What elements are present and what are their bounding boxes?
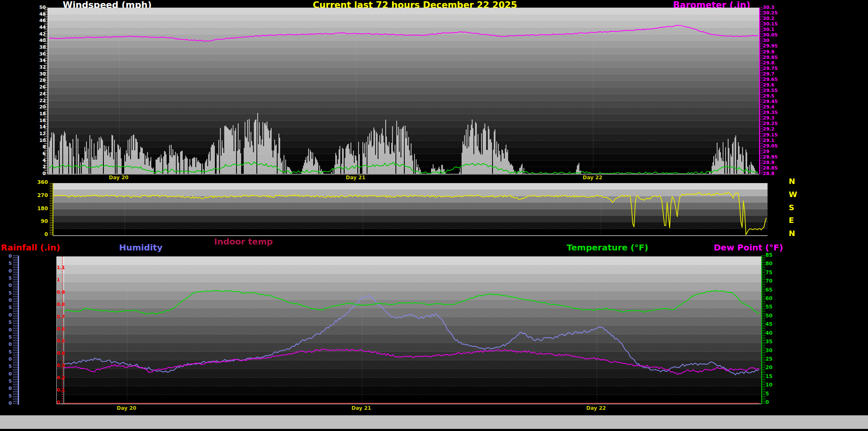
axis-tick-label: 0: [8, 313, 12, 317]
axis-tick-label: 29.2: [763, 127, 774, 131]
axis-tick-label: 30.3: [763, 5, 774, 10]
rainfall-label: Rainfall (.in): [1, 242, 60, 253]
axis-tick-label: 29.75: [763, 66, 778, 71]
axis-tick-label: 0: [8, 401, 12, 406]
axis-tick-label: 80: [765, 261, 773, 266]
axis-tick-label: N: [789, 231, 795, 236]
axis-tick-label: 0: [45, 232, 48, 237]
axis-tick-label: 30.1: [763, 27, 774, 32]
humidity-label: Humidity: [119, 242, 162, 253]
axis-tick-label: 0: [8, 357, 12, 361]
axis-tick-label: 5: [8, 379, 12, 384]
axis-tick-label: 29.45: [763, 99, 778, 104]
axis-tick-label: 30.25: [763, 11, 778, 15]
axis-tick-label: 90: [41, 219, 48, 224]
axis-tick-label: 5: [8, 335, 12, 339]
axis-tick-label: 20: [765, 365, 773, 370]
axis-tick-label: 29.7: [763, 72, 774, 76]
chart-start-marker-line: [64, 256, 64, 403]
windspeed-barometer-chart: [48, 8, 759, 175]
axis-tick-label: 28.95: [763, 155, 778, 159]
axis-tick-label: 35: [765, 339, 773, 344]
axis-tick-label: 29: [763, 149, 769, 154]
axis-tick-label: 65: [765, 288, 773, 292]
axis-tick-label: 85: [765, 253, 773, 258]
axis-tick-label: 40: [765, 331, 773, 336]
axis-tick-label: 30: [765, 348, 773, 353]
axis-tick-label: 29.55: [763, 88, 778, 93]
axis-tick-label: Day 21: [346, 175, 365, 180]
axis-tick-label: 28.85: [763, 166, 778, 170]
axis-tick-label: 29.35: [763, 110, 778, 115]
indoor-temp-label: Indoor temp: [214, 236, 273, 247]
axis-tick-label: Day 20: [109, 175, 128, 180]
wind-direction-chart: [53, 183, 768, 236]
axis-tick-label: 29.3: [763, 116, 774, 120]
axis-tick-label: 5: [8, 350, 12, 354]
barometer-axis-comb: [759, 8, 763, 174]
axis-tick-label: 45: [765, 322, 773, 327]
axis-tick-label: 5: [8, 291, 12, 295]
axis-tick-label: 28.8: [763, 171, 774, 176]
axis-tick-label: 0: [8, 342, 12, 347]
axis-tick-label: 29.05: [763, 144, 778, 148]
axis-tick-label: 29.9: [763, 50, 774, 54]
axis-tick-label: 55: [765, 305, 773, 309]
axis-tick-label: Day 22: [583, 175, 602, 180]
axis-tick-label: 0: [8, 269, 12, 273]
temperature-label: Temperature (°F): [567, 242, 648, 253]
axis-tick-label: 180: [37, 206, 48, 211]
axis-tick-label: 29.65: [763, 77, 778, 82]
axis-tick-label: 5: [8, 305, 12, 310]
axis-tick-label: 5: [8, 276, 12, 281]
axis-tick-label: 30: [763, 38, 769, 43]
axis-tick-label: 0: [8, 298, 12, 303]
axis-tick-label: W: [789, 192, 797, 197]
windspeed-axis-comb: [44, 8, 48, 174]
axis-tick-label: 29.95: [763, 44, 778, 48]
axis-tick-label: 29.8: [763, 61, 774, 65]
axis-tick-label: 270: [37, 193, 48, 198]
temperature-axis-comb: [761, 256, 765, 404]
axis-tick-label: 28.9: [763, 160, 774, 165]
axis-tick-label: 29.1: [763, 138, 774, 143]
axis-tick-label: S: [789, 205, 794, 210]
weather-dashboard: Windspeed (mph) Current last 72 hours De…: [0, 0, 868, 431]
axis-tick-label: 0: [8, 254, 12, 259]
axis-tick-label: 29.85: [763, 55, 778, 60]
axis-tick-label: 75: [765, 270, 773, 275]
axis-tick-label: 5: [8, 364, 12, 369]
axis-tick-label: 5: [8, 261, 12, 266]
axis-tick-label: 5: [8, 394, 12, 398]
axis-tick-label: 29.4: [763, 105, 774, 109]
axis-tick-label: 360: [37, 180, 48, 185]
axis-tick-label: 30.2: [763, 16, 774, 21]
axis-tick-label: E: [789, 218, 794, 222]
axis-tick-label: 29.6: [763, 83, 774, 87]
direction-axis-comb: [50, 183, 53, 236]
axis-tick-label: 70: [765, 279, 773, 284]
axis-tick-label: 30.05: [763, 33, 778, 37]
axis-tick-label: 0: [8, 372, 12, 376]
axis-tick-label: 0: [8, 283, 12, 288]
axis-tick-label: Day 20: [117, 406, 136, 411]
axis-tick-label: 50: [765, 314, 773, 318]
axis-tick-label: 30.15: [763, 22, 778, 26]
axis-tick-label: 0: [765, 400, 769, 405]
rainfall-dashed-line: [62, 256, 63, 403]
axis-tick-label: N: [789, 179, 795, 184]
axis-tick-label: 60: [765, 296, 773, 301]
dew-point-label: Dew Point (°F): [714, 242, 783, 253]
window-bottom-bar: [0, 415, 868, 429]
axis-tick-label: 0: [8, 328, 12, 332]
axis-tick-label: 15: [765, 374, 773, 379]
axis-tick-label: Day 22: [586, 406, 606, 411]
temperature-humidity-chart: [56, 256, 761, 404]
axis-tick-label: 29.25: [763, 121, 778, 126]
axis-tick-label: 5: [765, 392, 769, 396]
humidity-axis-comb: [13, 256, 19, 405]
axis-tick-label: 10: [765, 383, 773, 387]
axis-tick-label: 0: [8, 386, 12, 391]
axis-tick-label: 29.5: [763, 94, 774, 98]
axis-tick-label: Day 21: [351, 406, 371, 411]
